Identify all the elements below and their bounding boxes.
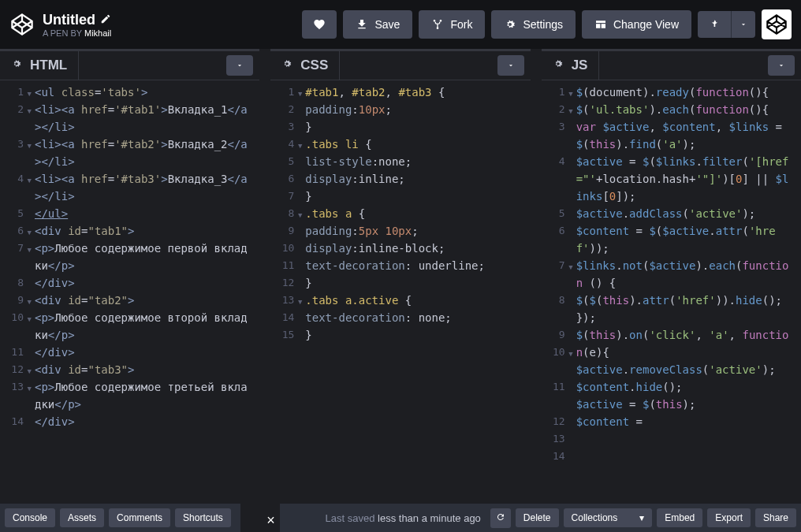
footer: Console Assets Comments Shortcuts × Last… [0,504,801,532]
css-panel: CSS 1▼23 4▼567 8▼9101112 13▼1415 #tab1, … [270,49,530,504]
close-tab: × [240,504,280,532]
gear-icon [11,58,22,73]
collections-button[interactable]: Collections ▾ [564,508,653,527]
save-button[interactable]: Save [343,10,412,39]
settings-button[interactable]: Settings [491,10,576,39]
pen-title[interactable]: Untitled [43,12,302,28]
assets-button[interactable]: Assets [60,508,104,527]
gear-icon [281,58,292,73]
change-view-label: Change View [613,18,679,31]
pen-title-text: Untitled [43,12,95,28]
js-panel: JS 1▼ 2▼ 3 4 5 6 7▼ 8 9 10▼ 11 12 13 [542,49,801,504]
codepen-logo-icon [9,12,35,37]
edit-icon[interactable] [100,12,111,28]
css-panel-header: CSS [270,49,530,80]
delete-button[interactable]: Delete [516,508,559,527]
css-title-text: CSS [300,58,328,73]
header: Untitled A PEN BY Mikhail Save Fork Sett… [0,0,801,49]
last-saved-prefix: Last saved [326,512,378,524]
js-panel-menu[interactable] [768,55,795,76]
last-saved-text: Last saved less than a minute ago [326,512,481,524]
last-saved-time: less than a minute ago [378,512,481,524]
css-panel-menu[interactable] [497,55,524,76]
css-panel-title[interactable]: CSS [270,51,340,80]
share-button[interactable]: Share [755,508,796,527]
save-label: Save [374,18,400,31]
avatar[interactable] [762,9,792,39]
console-button[interactable]: Console [5,508,55,527]
pin-dropdown-button[interactable] [732,11,755,38]
chevron-down-icon: ▾ [639,512,644,523]
embed-button[interactable]: Embed [657,508,702,527]
refresh-button[interactable] [490,508,511,528]
author-link[interactable]: Mikhail [84,28,111,38]
html-panel-header: HTML [0,49,259,80]
js-title-text: JS [572,58,588,73]
js-code[interactable]: $(document).ready(function(){ $('ul.tabs… [570,80,801,504]
pen-subtitle: A PEN BY Mikhail [43,28,302,38]
comments-button[interactable]: Comments [109,508,170,527]
js-gutter: 1▼ 2▼ 3 4 5 6 7▼ 8 9 10▼ 11 12 13 14 [542,80,570,504]
shortcuts-button[interactable]: Shortcuts [175,508,231,527]
js-panel-title[interactable]: JS [542,51,600,80]
html-editor[interactable]: 1▼ 2▼ 3▼ 4▼ 5 6▼ 7▼ 8 9▼ 10▼ 11 12▼ 13▼ … [0,80,259,504]
subtitle-prefix: A PEN BY [43,28,84,38]
html-panel-title[interactable]: HTML [0,51,79,80]
heart-button[interactable] [302,10,337,39]
html-panel: HTML 1▼ 2▼ 3▼ 4▼ 5 6▼ 7▼ 8 9▼ 10▼ 11 12▼… [0,49,259,504]
js-editor[interactable]: 1▼ 2▼ 3 4 5 6 7▼ 8 9 10▼ 11 12 13 14 $(d… [542,80,801,504]
pin-group [698,11,755,38]
css-gutter: 1▼23 4▼567 8▼9101112 13▼1415 [270,80,299,504]
gear-icon [553,58,564,73]
header-actions: Save Fork Settings Change View [302,9,792,39]
pen-info: Untitled A PEN BY Mikhail [43,12,302,38]
editor-panels: HTML 1▼ 2▼ 3▼ 4▼ 5 6▼ 7▼ 8 9▼ 10▼ 11 12▼… [0,49,801,504]
html-title-text: HTML [30,58,67,73]
fork-label: Fork [450,18,472,31]
html-panel-menu[interactable] [226,55,253,76]
collections-label: Collections [572,512,618,523]
css-code[interactable]: #tab1, #tab2, #tab3 { padding:10px; } .t… [299,80,530,504]
close-icon[interactable]: × [266,512,275,529]
html-gutter: 1▼ 2▼ 3▼ 4▼ 5 6▼ 7▼ 8 9▼ 10▼ 11 12▼ 13▼ … [0,80,28,504]
css-editor[interactable]: 1▼23 4▼567 8▼9101112 13▼1415 #tab1, #tab… [270,80,530,504]
js-panel-header: JS [542,49,801,80]
export-button[interactable]: Export [707,508,751,527]
change-view-button[interactable]: Change View [582,10,691,39]
pin-button[interactable] [698,11,732,38]
settings-label: Settings [523,18,563,31]
fork-button[interactable]: Fork [419,10,485,39]
html-code[interactable]: <ul class='tabs'> <li><a href='#tab1'>Вк… [28,80,259,504]
